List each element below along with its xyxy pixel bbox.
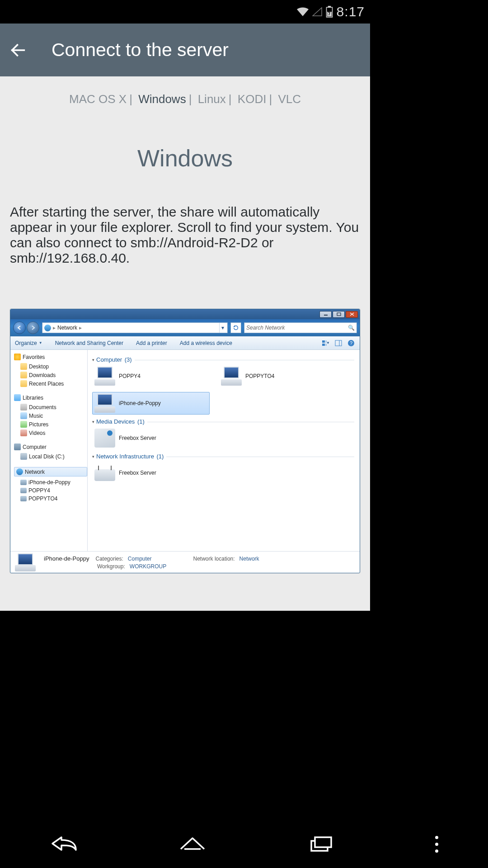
instructions-text: After starting the server, the share wil…: [0, 204, 370, 266]
tab-kodi[interactable]: KODI: [238, 92, 267, 106]
network-icon: [16, 468, 23, 475]
tab-windows[interactable]: Windows: [138, 92, 186, 106]
status-bar: 8:17: [0, 0, 370, 24]
sidebar-item-desktop: Desktop: [14, 362, 87, 371]
clock: 8:17: [337, 4, 365, 19]
tab-vlc[interactable]: VLC: [278, 92, 301, 106]
folder-icon: [20, 380, 27, 387]
computer-icon: [20, 488, 27, 493]
breadcrumb-item: Network: [57, 325, 77, 331]
explorer-body: Favorites Desktop Downloads Recent Place…: [10, 350, 360, 551]
nav-forward-button: [27, 321, 39, 334]
network-sharing-center-link: Network and Sharing Center: [55, 340, 123, 346]
wifi-icon: [297, 7, 309, 16]
tab-linux[interactable]: Linux: [198, 92, 226, 106]
media-device-tile: Freebox Server: [92, 427, 210, 449]
computer-icon: [20, 496, 27, 501]
computer-icon: [221, 367, 242, 386]
chevron-right-icon: ▸: [53, 325, 56, 331]
add-wireless-device-link: Add a wireless device: [180, 340, 232, 346]
documents-icon: [20, 404, 27, 410]
windows-explorer-screenshot: ▸ Network ▸ ▾ Search Network 🔍 Organize …: [10, 309, 360, 573]
sidebar-item-pictures: Pictures: [14, 420, 87, 429]
sidebar-item-recent-places: Recent Places: [14, 379, 87, 388]
tab-macosx[interactable]: MAC OS X: [69, 92, 127, 106]
sidebar-item-videos: Videos: [14, 429, 87, 437]
folder-icon: [20, 372, 27, 378]
sidebar-item-music: Music: [14, 411, 87, 420]
os-tabs: MAC OS X| Windows| Linux| KODI| VLC: [69, 92, 301, 106]
group-header-network-infrastructure: ▾Network Infrastructure (1): [92, 453, 354, 460]
search-placeholder: Search Network: [246, 325, 285, 331]
selected-item-name: iPhone-de-Poppy: [44, 555, 89, 562]
breadcrumb-dropdown-icon: ▾: [219, 323, 225, 333]
categories-label: Categories:: [95, 556, 123, 562]
categories-value: Computer: [128, 556, 152, 562]
window-maximize-button: [333, 311, 345, 318]
group-header-media-devices: ▾Media Devices (1): [92, 418, 354, 425]
libraries-icon: [14, 394, 21, 401]
router-icon: [94, 469, 115, 481]
network-computer-tile: POPPY4: [92, 365, 210, 387]
network-computer-tile: POPPYTO4: [219, 365, 336, 387]
breadcrumb: ▸ Network ▸ ▾: [42, 322, 228, 333]
workgroup-value: WORKGROUP: [130, 563, 166, 570]
chevron-right-icon: ▸: [79, 325, 82, 331]
svg-text:?: ?: [350, 340, 352, 346]
main-pane: ▾Computer (3) POPPY4 POPPYTO4 iPhone-de-…: [88, 350, 360, 551]
sidebar-item-host: iPhone-de-Poppy: [14, 478, 87, 486]
content: MAC OS X| Windows| Linux| KODI| VLC Wind…: [0, 76, 370, 611]
workgroup-label: Workgroup:: [97, 563, 125, 570]
sidebar-item-host: POPPYTO4: [14, 495, 87, 503]
libraries-label: Libraries: [23, 395, 43, 401]
svg-rect-5: [322, 340, 325, 343]
section-heading: Windows: [137, 145, 233, 172]
computer-label: Computer: [23, 444, 47, 450]
computer-icon: [14, 443, 21, 450]
network-location-value: Network: [239, 556, 259, 562]
svg-rect-7: [322, 344, 325, 346]
help-icon: ?: [347, 339, 355, 347]
chevron-down-icon: ▾: [92, 420, 94, 424]
network-label: Network: [25, 469, 45, 475]
battery-icon: [326, 6, 333, 18]
preview-pane-icon: [334, 339, 343, 347]
svg-rect-9: [335, 340, 342, 346]
nav-back-button: [13, 321, 26, 334]
computer-icon: [20, 480, 27, 485]
chevron-down-icon: ▼: [39, 341, 42, 345]
app-title: Connect to the server: [52, 39, 229, 61]
music-icon: [20, 412, 27, 419]
address-bar-row: ▸ Network ▸ ▾ Search Network 🔍: [10, 319, 360, 336]
pictures-icon: [20, 421, 27, 428]
back-button[interactable]: [8, 40, 28, 60]
organize-menu: Organize ▼: [15, 340, 42, 346]
window-titlebar: [10, 309, 360, 319]
computer-icon: [94, 394, 115, 413]
chevron-down-icon: ▾: [92, 454, 94, 459]
group-header-computer: ▾Computer (3): [92, 356, 354, 363]
sidebar-item-network: Network: [14, 467, 87, 476]
search-icon: 🔍: [348, 325, 355, 331]
sidebar-item-downloads: Downloads: [14, 371, 87, 379]
favorites-label: Favorites: [23, 354, 45, 360]
network-icon: [44, 325, 51, 331]
signal-icon: [312, 7, 322, 16]
svg-rect-4: [337, 313, 341, 316]
sidebar-item-host: POPPY4: [14, 486, 87, 495]
sidebar-item-documents: Documents: [14, 403, 87, 411]
network-location-label: Network location:: [193, 556, 235, 562]
folder-icon: [20, 363, 27, 370]
add-printer-link: Add a printer: [136, 340, 167, 346]
details-pane: iPhone-de-Poppy Categories: Computer Net…: [10, 551, 360, 573]
window-close-button: [346, 311, 358, 318]
router-tile: Freebox Server: [92, 462, 210, 484]
computer-icon: [15, 553, 38, 571]
chevron-down-icon: ▾: [92, 358, 94, 362]
network-computer-tile-selected: iPhone-de-Poppy: [92, 392, 210, 415]
media-device-icon: [94, 429, 115, 448]
explorer-toolbar: Organize ▼ Network and Sharing Center Ad…: [10, 336, 360, 350]
window-minimize-button: [319, 311, 332, 318]
refresh-button: [230, 322, 241, 333]
disk-icon: [20, 453, 27, 460]
